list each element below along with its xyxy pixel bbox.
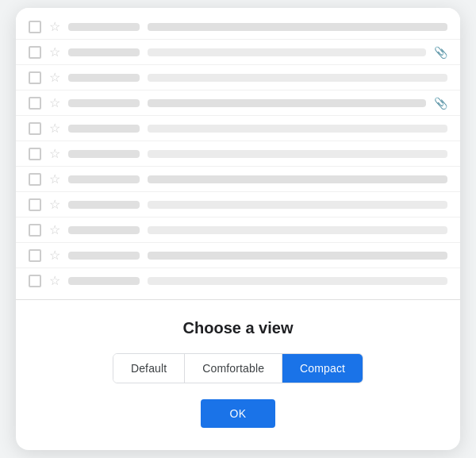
row-sender — [68, 201, 140, 209]
row-sender — [68, 277, 140, 285]
dialog-bottom: Choose a view DefaultComfortableCompact … — [16, 300, 460, 450]
view-option-comfortable[interactable]: Comfortable — [185, 354, 282, 383]
view-option-compact[interactable]: Compact — [282, 354, 363, 383]
row-sender — [68, 226, 140, 234]
email-list: ☆ ☆ 📎 ☆ ☆ 📎 ☆ ☆ ☆ — [16, 8, 460, 300]
row-checkbox[interactable] — [29, 198, 41, 211]
email-row: ☆ — [16, 192, 460, 217]
email-row: ☆ — [16, 14, 460, 40]
dialog-title: Choose a view — [183, 319, 294, 337]
email-row: ☆ — [16, 116, 460, 141]
row-subject — [148, 277, 447, 285]
row-checkbox[interactable] — [29, 21, 41, 33]
row-sender — [68, 150, 140, 158]
row-star-icon[interactable]: ☆ — [49, 95, 60, 110]
email-row: ☆ — [16, 217, 460, 243]
row-sender — [68, 125, 140, 133]
row-star-icon[interactable]: ☆ — [49, 171, 60, 187]
email-row: ☆ — [16, 167, 460, 192]
row-star-icon[interactable]: ☆ — [49, 197, 60, 212]
row-subject — [148, 48, 426, 56]
view-options-group: DefaultComfortableCompact — [113, 353, 363, 383]
email-row: ☆ 📎 — [16, 40, 460, 65]
row-sender — [68, 23, 140, 31]
row-sender — [68, 252, 140, 260]
row-subject — [148, 125, 447, 133]
row-sender — [68, 175, 140, 183]
row-star-icon[interactable]: ☆ — [49, 70, 60, 85]
row-checkbox[interactable] — [29, 173, 41, 186]
row-sender — [68, 99, 140, 107]
row-checkbox[interactable] — [29, 224, 41, 237]
email-row: ☆ — [16, 141, 460, 167]
attachment-icon: 📎 — [434, 97, 447, 110]
dialog-container: ☆ ☆ 📎 ☆ ☆ 📎 ☆ ☆ ☆ — [16, 8, 460, 450]
row-subject — [148, 175, 447, 183]
row-checkbox[interactable] — [29, 71, 41, 84]
row-subject — [148, 150, 447, 158]
row-star-icon[interactable]: ☆ — [49, 146, 60, 161]
email-list-preview: ☆ ☆ 📎 ☆ ☆ 📎 ☆ ☆ ☆ — [16, 8, 460, 300]
row-star-icon[interactable]: ☆ — [49, 19, 60, 34]
email-row: ☆ 📎 — [16, 90, 460, 116]
row-checkbox[interactable] — [29, 122, 41, 135]
email-row: ☆ — [16, 268, 460, 293]
email-row: ☆ — [16, 243, 460, 268]
row-checkbox[interactable] — [29, 275, 41, 287]
row-subject — [148, 226, 447, 234]
row-checkbox[interactable] — [29, 97, 41, 110]
row-star-icon[interactable]: ☆ — [49, 44, 60, 60]
attachment-icon: 📎 — [434, 46, 447, 59]
row-subject — [148, 23, 447, 31]
row-checkbox[interactable] — [29, 249, 41, 262]
row-star-icon[interactable]: ☆ — [49, 273, 60, 288]
ok-button[interactable]: OK — [201, 399, 274, 428]
row-star-icon[interactable]: ☆ — [49, 248, 60, 263]
view-option-default[interactable]: Default — [113, 354, 185, 383]
row-star-icon[interactable]: ☆ — [49, 121, 60, 136]
email-row: ☆ — [16, 65, 460, 90]
row-subject — [148, 201, 447, 209]
row-checkbox[interactable] — [29, 46, 41, 59]
row-star-icon[interactable]: ☆ — [49, 222, 60, 237]
row-sender — [68, 74, 140, 82]
row-subject — [148, 252, 447, 260]
row-subject — [148, 74, 447, 82]
row-checkbox[interactable] — [29, 148, 41, 160]
row-sender — [68, 48, 140, 56]
row-subject — [148, 99, 426, 107]
